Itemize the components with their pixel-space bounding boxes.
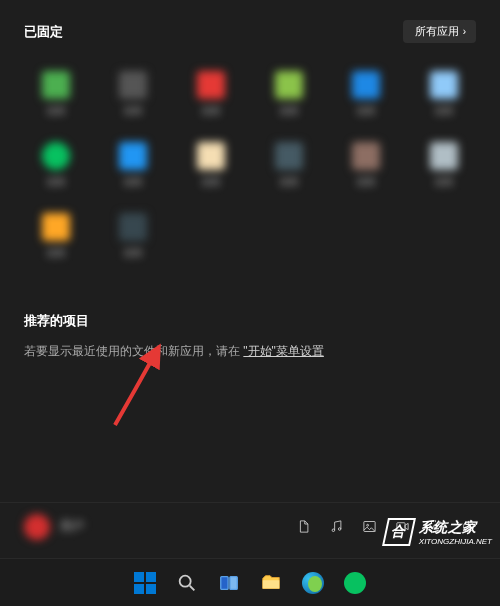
app-label: 应用 xyxy=(202,176,220,189)
start-button[interactable] xyxy=(127,565,163,601)
app-icon xyxy=(119,142,147,170)
avatar xyxy=(24,514,50,540)
app-icon xyxy=(42,71,70,99)
user-account-button[interactable]: 用户 xyxy=(24,514,84,540)
chevron-right-icon: › xyxy=(463,26,466,37)
pinned-app[interactable]: 应用 xyxy=(251,65,327,130)
pinned-app[interactable]: 应用 xyxy=(173,136,249,201)
app-icon xyxy=(197,71,225,99)
app-label: 应用 xyxy=(280,105,298,118)
app-label: 应用 xyxy=(280,176,298,189)
username: 用户 xyxy=(60,518,84,535)
svg-rect-4 xyxy=(397,523,405,531)
app-icon xyxy=(275,71,303,99)
taskview-button[interactable] xyxy=(211,565,247,601)
app-icon xyxy=(119,213,147,241)
pinned-app[interactable]: 应用 xyxy=(329,65,405,130)
svg-point-1 xyxy=(338,528,341,531)
app-icon xyxy=(352,142,380,170)
windows-logo-icon xyxy=(134,572,156,594)
app-icon xyxy=(352,71,380,99)
app-label: 应用 xyxy=(202,105,220,118)
all-apps-button[interactable]: 所有应用 › xyxy=(403,20,476,43)
app-label: 应用 xyxy=(435,176,453,189)
app-label: 应用 xyxy=(124,247,142,260)
recommended-title: 推荐的项目 xyxy=(24,312,476,330)
wechat-button[interactable] xyxy=(337,565,373,601)
pinned-app[interactable]: 应用 xyxy=(18,136,94,201)
pinned-app[interactable]: 应用 xyxy=(406,65,482,130)
pinned-app[interactable]: 应用 xyxy=(96,65,172,130)
taskbar xyxy=(0,558,500,606)
start-settings-link[interactable]: "开始"菜单设置 xyxy=(243,344,324,358)
app-icon xyxy=(42,142,70,170)
all-apps-label: 所有应用 xyxy=(415,24,459,39)
documents-icon[interactable] xyxy=(296,519,311,534)
app-label: 应用 xyxy=(357,176,375,189)
app-icon xyxy=(275,142,303,170)
svg-rect-7 xyxy=(221,576,228,589)
app-label: 应用 xyxy=(47,247,65,260)
recommended-hint-prefix: 若要显示最近使用的文件和新应用，请在 xyxy=(24,344,240,358)
app-icon xyxy=(197,142,225,170)
pinned-app[interactable]: 应用 xyxy=(18,207,94,272)
app-icon xyxy=(119,71,147,99)
wechat-icon xyxy=(344,572,366,594)
pinned-title: 已固定 xyxy=(24,23,63,41)
pinned-app[interactable]: 应用 xyxy=(251,136,327,201)
app-label: 应用 xyxy=(357,105,375,118)
edge-icon xyxy=(302,572,324,594)
pinned-header: 已固定 所有应用 › xyxy=(0,0,500,53)
taskbar-search-button[interactable] xyxy=(169,565,205,601)
edge-button[interactable] xyxy=(295,565,331,601)
app-label: 应用 xyxy=(124,176,142,189)
svg-point-3 xyxy=(367,524,369,526)
recommended-section: 推荐的项目 若要显示最近使用的文件和新应用，请在 "开始"菜单设置 xyxy=(0,272,500,370)
app-icon xyxy=(430,71,458,99)
pinned-app[interactable]: 应用 xyxy=(406,136,482,201)
app-label: 应用 xyxy=(47,105,65,118)
videos-icon[interactable] xyxy=(395,519,410,534)
pinned-grid: 应用 应用 应用 应用 应用 应用 应用 应用 应用 应用 应用 应用 应用 应… xyxy=(0,53,500,272)
music-icon[interactable] xyxy=(329,519,344,534)
app-icon xyxy=(42,213,70,241)
pinned-app[interactable]: 应用 xyxy=(96,207,172,272)
svg-point-0 xyxy=(332,529,335,532)
power-icon[interactable] xyxy=(461,519,476,534)
pinned-app[interactable]: 应用 xyxy=(96,136,172,201)
pinned-app[interactable]: 应用 xyxy=(18,65,94,130)
app-label: 应用 xyxy=(47,176,65,189)
footer-icons xyxy=(296,519,476,534)
app-label: 应用 xyxy=(435,105,453,118)
svg-point-5 xyxy=(434,525,438,529)
file-explorer-button[interactable] xyxy=(253,565,289,601)
pictures-icon[interactable] xyxy=(362,519,377,534)
app-label: 应用 xyxy=(124,105,142,118)
start-menu: 已固定 所有应用 › 应用 应用 应用 应用 应用 应用 应用 应用 应用 应用… xyxy=(0,0,500,606)
app-icon xyxy=(430,142,458,170)
pinned-app[interactable]: 应用 xyxy=(329,136,405,201)
svg-rect-9 xyxy=(263,580,280,588)
svg-point-6 xyxy=(180,575,191,586)
settings-icon[interactable] xyxy=(428,519,443,534)
svg-rect-8 xyxy=(230,576,237,589)
pinned-app[interactable]: 应用 xyxy=(173,65,249,130)
start-footer: 用户 xyxy=(0,502,500,550)
recommended-hint: 若要显示最近使用的文件和新应用，请在 "开始"菜单设置 xyxy=(24,342,476,360)
